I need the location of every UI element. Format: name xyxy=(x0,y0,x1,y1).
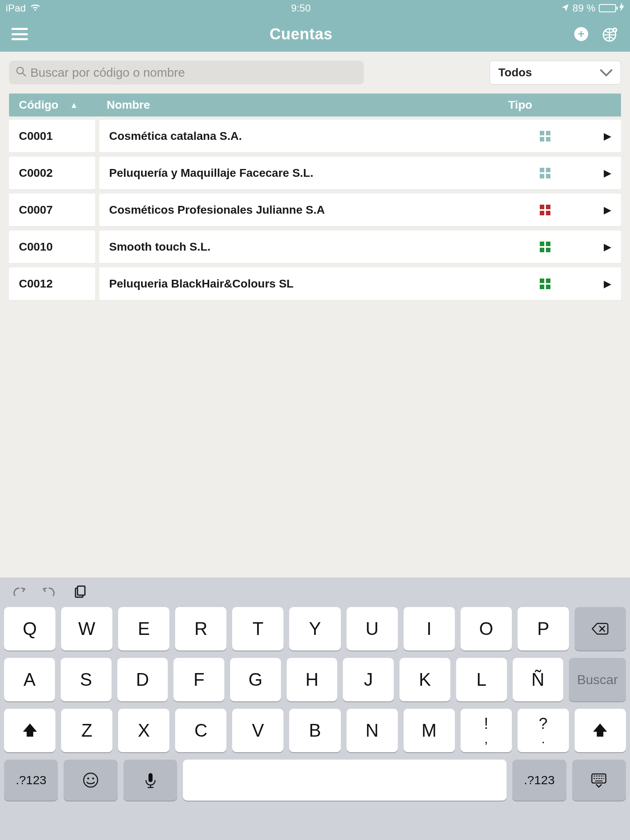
cell-body: Cosméticos Profesionales Julianne S.A▶ xyxy=(99,194,621,226)
cell-type-icon xyxy=(540,131,550,142)
cell-type-icon xyxy=(540,242,550,252)
key-e[interactable]: E xyxy=(118,607,169,651)
accounts-table: Código ▲ Nombre Tipo C0001Cosmética cata… xyxy=(0,84,630,309)
key-q[interactable]: Q xyxy=(4,607,55,651)
header-name[interactable]: Nombre xyxy=(98,98,500,112)
wifi-icon xyxy=(30,2,41,14)
table-header: Código ▲ Nombre Tipo xyxy=(9,94,621,116)
header-code[interactable]: Código ▲ xyxy=(9,98,98,112)
key-i[interactable]: I xyxy=(404,607,455,651)
cell-type-icon xyxy=(540,168,550,178)
key-punct[interactable]: ?. xyxy=(518,709,569,752)
key-y[interactable]: Y xyxy=(289,607,340,651)
key-w[interactable]: W xyxy=(61,607,112,651)
key-d[interactable]: D xyxy=(117,658,168,701)
key-punct[interactable]: !, xyxy=(461,709,512,752)
filter-select[interactable]: Todos xyxy=(490,61,621,84)
key-l[interactable]: L xyxy=(456,658,507,701)
disclosure-icon: ▶ xyxy=(604,241,611,253)
table-row[interactable]: C0007Cosméticos Profesionales Julianne S… xyxy=(9,194,621,226)
key-a[interactable]: A xyxy=(4,658,55,701)
menu-icon[interactable] xyxy=(11,28,28,40)
battery-percent: 89 % xyxy=(573,2,596,14)
dictation-key[interactable] xyxy=(123,760,177,801)
svg-point-8 xyxy=(87,778,89,780)
nav-bar: Cuentas + xyxy=(0,16,630,52)
table-row[interactable]: C0001Cosmética catalana S.A.▶ xyxy=(9,120,621,153)
svg-rect-6 xyxy=(78,586,85,595)
key-g[interactable]: G xyxy=(230,658,281,701)
shift-key-left[interactable] xyxy=(4,709,55,752)
cell-code: C0002 xyxy=(9,157,95,189)
keyboard-toolbar xyxy=(4,583,626,607)
page-title: Cuentas xyxy=(28,25,574,43)
globe-icon[interactable] xyxy=(602,26,619,42)
location-icon xyxy=(561,2,569,14)
undo-icon[interactable] xyxy=(11,585,26,601)
dismiss-keyboard-key[interactable] xyxy=(572,760,626,801)
key-p[interactable]: P xyxy=(518,607,569,651)
cell-name: Peluquería y Maquillaje Facecare S.L. xyxy=(109,167,540,180)
search-key[interactable]: Buscar xyxy=(569,658,626,701)
cell-name: Cosmética catalana S.A. xyxy=(109,130,540,143)
cell-code: C0012 xyxy=(9,267,95,300)
charging-icon xyxy=(619,2,624,14)
cell-code: C0007 xyxy=(9,194,95,226)
keyboard: QWERTYUIOP ASDFGHJKLÑBuscar ZXCVBNM!,?. … xyxy=(0,578,630,840)
sort-asc-icon: ▲ xyxy=(70,100,78,110)
cell-type-icon xyxy=(540,278,550,289)
key-m[interactable]: M xyxy=(404,709,455,752)
numlock-key-left[interactable]: .?123 xyxy=(4,760,58,801)
search-placeholder: Buscar por código o nombre xyxy=(30,66,185,80)
search-input[interactable]: Buscar por código o nombre xyxy=(9,61,364,84)
cell-name: Smooth touch S.L. xyxy=(109,240,540,253)
table-row[interactable]: C0010Smooth touch S.L.▶ xyxy=(9,231,621,263)
device-label: iPad xyxy=(6,2,26,14)
cell-body: Cosmética catalana S.A.▶ xyxy=(99,120,621,153)
key-j[interactable]: J xyxy=(343,658,394,701)
cell-body: Peluquería y Maquillaje Facecare S.L.▶ xyxy=(99,157,621,189)
backspace-key[interactable] xyxy=(575,607,626,651)
disclosure-icon: ▶ xyxy=(604,130,611,142)
numlock-key-right[interactable]: .?123 xyxy=(512,760,566,801)
spacebar-key[interactable] xyxy=(183,760,507,801)
key-s[interactable]: S xyxy=(61,658,112,701)
header-type[interactable]: Tipo xyxy=(500,98,621,112)
key-k[interactable]: K xyxy=(399,658,450,701)
shift-key-right[interactable] xyxy=(575,709,626,752)
key-f[interactable]: F xyxy=(173,658,224,701)
clipboard-icon[interactable] xyxy=(72,585,87,601)
key-u[interactable]: U xyxy=(347,607,398,651)
controls-row: Buscar por código o nombre Todos xyxy=(0,52,630,84)
key-t[interactable]: T xyxy=(232,607,283,651)
key-z[interactable]: Z xyxy=(61,709,112,752)
disclosure-icon: ▶ xyxy=(604,204,611,216)
key-v[interactable]: V xyxy=(232,709,283,752)
table-body: C0001Cosmética catalana S.A.▶C0002Peluqu… xyxy=(9,120,621,300)
key-h[interactable]: H xyxy=(287,658,338,701)
svg-point-9 xyxy=(92,778,94,780)
cell-body: Smooth touch S.L.▶ xyxy=(99,231,621,263)
cell-body: Peluqueria BlackHair&Colours SL▶ xyxy=(99,267,621,300)
svg-rect-10 xyxy=(148,773,153,782)
key-o[interactable]: O xyxy=(461,607,512,651)
table-row[interactable]: C0012Peluqueria BlackHair&Colours SL▶ xyxy=(9,267,621,300)
cell-name: Cosméticos Profesionales Julianne S.A xyxy=(109,203,540,217)
key-b[interactable]: B xyxy=(289,709,340,752)
emoji-key[interactable] xyxy=(64,760,117,801)
status-bar: iPad 9:50 89 % xyxy=(0,0,630,16)
cell-name: Peluqueria BlackHair&Colours SL xyxy=(109,277,540,290)
search-icon xyxy=(16,66,26,80)
redo-icon[interactable] xyxy=(42,585,57,601)
key-r[interactable]: R xyxy=(175,607,226,651)
key-n[interactable]: N xyxy=(347,709,398,752)
table-row[interactable]: C0002Peluquería y Maquillaje Facecare S.… xyxy=(9,157,621,189)
filter-selected-label: Todos xyxy=(498,66,532,79)
status-time: 9:50 xyxy=(41,2,561,14)
disclosure-icon: ▶ xyxy=(604,167,611,179)
header-code-label: Código xyxy=(19,98,58,112)
key-ñ[interactable]: Ñ xyxy=(513,658,564,701)
key-x[interactable]: X xyxy=(118,709,169,752)
key-c[interactable]: C xyxy=(175,709,226,752)
add-button[interactable]: + xyxy=(574,27,588,41)
